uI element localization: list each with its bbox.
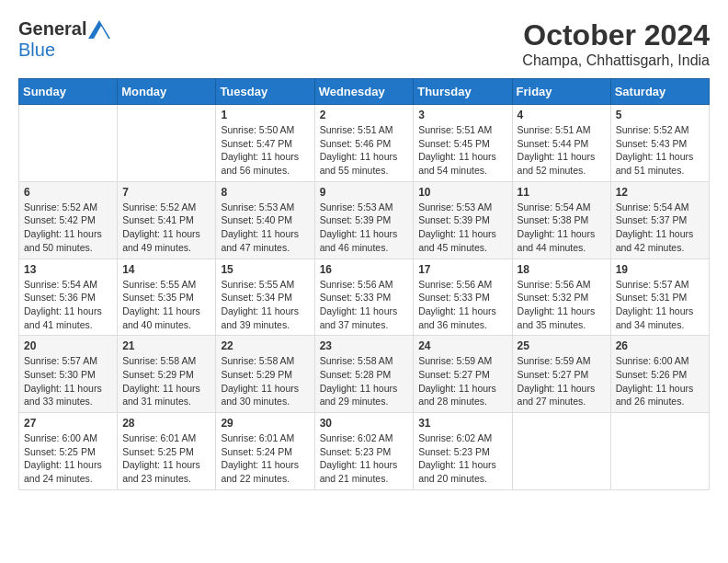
cell-content: Sunrise: 5:56 AM Sunset: 5:33 PM Dayligh… [320, 278, 409, 332]
calendar-cell: 19Sunrise: 5:57 AM Sunset: 5:31 PM Dayli… [610, 259, 709, 336]
calendar-cell: 21Sunrise: 5:58 AM Sunset: 5:29 PM Dayli… [118, 336, 216, 413]
day-of-week-header: Monday [118, 79, 216, 105]
cell-content: Sunrise: 5:57 AM Sunset: 5:30 PM Dayligh… [24, 354, 112, 408]
calendar-cell: 12Sunrise: 5:54 AM Sunset: 5:37 PM Dayli… [610, 181, 709, 259]
calendar-cell: 2Sunrise: 5:51 AM Sunset: 5:46 PM Daylig… [314, 105, 414, 182]
calendar-week-row: 1Sunrise: 5:50 AM Sunset: 5:47 PM Daylig… [19, 105, 710, 182]
cell-content: Sunrise: 6:00 AM Sunset: 5:25 PM Dayligh… [24, 431, 112, 486]
cell-content: Sunrise: 5:50 AM Sunset: 5:47 PM Dayligh… [221, 123, 309, 178]
cell-content: Sunrise: 5:53 AM Sunset: 5:40 PM Dayligh… [221, 201, 309, 255]
calendar-table: SundayMondayTuesdayWednesdayThursdayFrid… [18, 78, 710, 490]
calendar-cell: 16Sunrise: 5:56 AM Sunset: 5:33 PM Dayli… [314, 259, 414, 336]
day-of-week-header: Friday [512, 79, 610, 105]
cell-content: Sunrise: 6:00 AM Sunset: 5:26 PM Dayligh… [616, 354, 704, 408]
calendar-week-row: 27Sunrise: 6:00 AM Sunset: 5:25 PM Dayli… [19, 413, 710, 490]
day-number: 30 [320, 417, 409, 430]
calendar-cell: 23Sunrise: 5:58 AM Sunset: 5:28 PM Dayli… [314, 336, 414, 413]
cell-content: Sunrise: 5:56 AM Sunset: 5:33 PM Dayligh… [418, 278, 506, 332]
day-number: 26 [616, 339, 704, 352]
calendar-cell: 10Sunrise: 5:53 AM Sunset: 5:39 PM Dayli… [414, 181, 512, 259]
logo-general: General [18, 18, 86, 40]
logo-icon [88, 20, 110, 39]
calendar-week-row: 6Sunrise: 5:52 AM Sunset: 5:42 PM Daylig… [19, 181, 710, 259]
cell-content: Sunrise: 6:02 AM Sunset: 5:23 PM Dayligh… [320, 431, 409, 486]
cell-content: Sunrise: 5:51 AM Sunset: 5:46 PM Dayligh… [320, 123, 409, 178]
cell-content: Sunrise: 5:59 AM Sunset: 5:27 PM Dayligh… [518, 354, 606, 408]
calendar-cell: 30Sunrise: 6:02 AM Sunset: 5:23 PM Dayli… [314, 413, 414, 490]
calendar-cell: 11Sunrise: 5:54 AM Sunset: 5:38 PM Dayli… [512, 181, 610, 259]
cell-content: Sunrise: 5:53 AM Sunset: 5:39 PM Dayligh… [320, 201, 409, 255]
calendar-cell: 3Sunrise: 5:51 AM Sunset: 5:45 PM Daylig… [414, 105, 512, 182]
day-number: 28 [122, 417, 210, 430]
cell-content: Sunrise: 5:54 AM Sunset: 5:37 PM Dayligh… [616, 201, 704, 255]
day-number: 29 [221, 417, 309, 430]
day-number: 2 [320, 109, 409, 121]
cell-content: Sunrise: 6:01 AM Sunset: 5:24 PM Dayligh… [221, 431, 309, 486]
day-number: 7 [122, 186, 210, 199]
day-number: 14 [122, 263, 210, 276]
day-number: 3 [418, 109, 506, 121]
calendar-cell: 18Sunrise: 5:56 AM Sunset: 5:32 PM Dayli… [512, 259, 610, 336]
day-number: 12 [616, 186, 704, 199]
calendar-cell: 7Sunrise: 5:52 AM Sunset: 5:41 PM Daylig… [118, 181, 216, 259]
day-number: 4 [518, 109, 606, 121]
cell-content: Sunrise: 6:01 AM Sunset: 5:25 PM Dayligh… [122, 431, 210, 486]
calendar-cell: 31Sunrise: 6:02 AM Sunset: 5:23 PM Dayli… [414, 413, 512, 490]
calendar-cell: 14Sunrise: 5:55 AM Sunset: 5:35 PM Dayli… [118, 259, 216, 336]
day-number: 18 [518, 263, 606, 276]
logo: General Blue [18, 18, 110, 61]
calendar-cell [610, 413, 709, 490]
cell-content: Sunrise: 5:57 AM Sunset: 5:31 PM Dayligh… [616, 278, 704, 332]
day-number: 8 [221, 186, 309, 199]
day-number: 27 [24, 417, 112, 430]
calendar-cell: 28Sunrise: 6:01 AM Sunset: 5:25 PM Dayli… [118, 413, 216, 490]
day-number: 11 [518, 186, 606, 199]
calendar-header-row: SundayMondayTuesdayWednesdayThursdayFrid… [19, 79, 710, 105]
calendar-cell: 1Sunrise: 5:50 AM Sunset: 5:47 PM Daylig… [216, 105, 314, 182]
day-number: 17 [418, 263, 506, 276]
calendar-cell: 15Sunrise: 5:55 AM Sunset: 5:34 PM Dayli… [216, 259, 314, 336]
day-of-week-header: Wednesday [314, 79, 414, 105]
day-number: 1 [221, 109, 309, 121]
calendar-cell: 13Sunrise: 5:54 AM Sunset: 5:36 PM Dayli… [19, 259, 118, 336]
day-number: 5 [616, 109, 704, 121]
calendar-cell: 4Sunrise: 5:51 AM Sunset: 5:44 PM Daylig… [512, 105, 610, 182]
cell-content: Sunrise: 6:02 AM Sunset: 5:23 PM Dayligh… [418, 431, 506, 486]
calendar-cell: 6Sunrise: 5:52 AM Sunset: 5:42 PM Daylig… [19, 181, 118, 259]
cell-content: Sunrise: 5:58 AM Sunset: 5:29 PM Dayligh… [221, 354, 309, 408]
cell-content: Sunrise: 5:52 AM Sunset: 5:41 PM Dayligh… [122, 201, 210, 255]
calendar-week-row: 20Sunrise: 5:57 AM Sunset: 5:30 PM Dayli… [19, 336, 710, 413]
day-number: 24 [418, 339, 506, 352]
calendar-cell: 17Sunrise: 5:56 AM Sunset: 5:33 PM Dayli… [414, 259, 512, 336]
calendar-cell: 22Sunrise: 5:58 AM Sunset: 5:29 PM Dayli… [216, 336, 314, 413]
cell-content: Sunrise: 5:54 AM Sunset: 5:36 PM Dayligh… [24, 278, 112, 332]
cell-content: Sunrise: 5:54 AM Sunset: 5:38 PM Dayligh… [518, 201, 606, 255]
cell-content: Sunrise: 5:51 AM Sunset: 5:44 PM Dayligh… [518, 123, 606, 178]
day-number: 20 [24, 339, 112, 352]
calendar-cell [512, 413, 610, 490]
cell-content: Sunrise: 5:59 AM Sunset: 5:27 PM Dayligh… [418, 354, 506, 408]
cell-content: Sunrise: 5:58 AM Sunset: 5:29 PM Dayligh… [122, 354, 210, 408]
day-number: 22 [221, 339, 309, 352]
day-number: 31 [418, 417, 506, 430]
cell-content: Sunrise: 5:51 AM Sunset: 5:45 PM Dayligh… [418, 123, 506, 178]
day-number: 25 [518, 339, 606, 352]
calendar-cell: 5Sunrise: 5:52 AM Sunset: 5:43 PM Daylig… [610, 105, 709, 182]
day-number: 15 [221, 263, 309, 276]
cell-content: Sunrise: 5:52 AM Sunset: 5:42 PM Dayligh… [24, 201, 112, 255]
day-of-week-header: Saturday [610, 79, 709, 105]
calendar-cell: 26Sunrise: 6:00 AM Sunset: 5:26 PM Dayli… [610, 336, 709, 413]
calendar-cell: 9Sunrise: 5:53 AM Sunset: 5:39 PM Daylig… [314, 181, 414, 259]
cell-content: Sunrise: 5:52 AM Sunset: 5:43 PM Dayligh… [616, 123, 704, 178]
day-of-week-header: Sunday [19, 79, 118, 105]
calendar-cell: 20Sunrise: 5:57 AM Sunset: 5:30 PM Dayli… [19, 336, 118, 413]
cell-content: Sunrise: 5:56 AM Sunset: 5:32 PM Dayligh… [518, 278, 606, 332]
cell-content: Sunrise: 5:58 AM Sunset: 5:28 PM Dayligh… [320, 354, 409, 408]
calendar-cell: 8Sunrise: 5:53 AM Sunset: 5:40 PM Daylig… [216, 181, 314, 259]
calendar-cell: 27Sunrise: 6:00 AM Sunset: 5:25 PM Dayli… [19, 413, 118, 490]
day-number: 23 [320, 339, 409, 352]
cell-content: Sunrise: 5:55 AM Sunset: 5:35 PM Dayligh… [122, 278, 210, 332]
calendar-cell: 24Sunrise: 5:59 AM Sunset: 5:27 PM Dayli… [414, 336, 512, 413]
calendar-cell [19, 105, 118, 182]
calendar-week-row: 13Sunrise: 5:54 AM Sunset: 5:36 PM Dayli… [19, 259, 710, 336]
